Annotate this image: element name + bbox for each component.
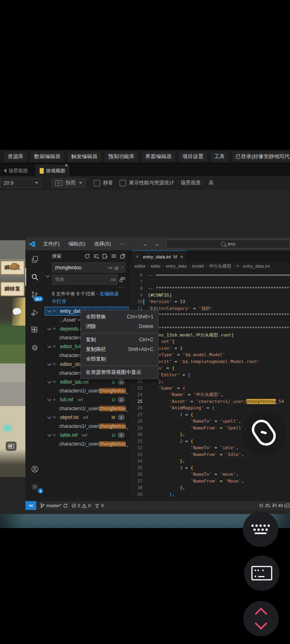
code-line[interactable]: 9[#CONFIG] [129,292,290,299]
top-menu-item-2[interactable]: 触发编辑器 [68,151,101,162]
search-view-icon[interactable] [25,268,44,286]
context-menu-item[interactable]: 全部替换Ctrl+Shift+1 [81,312,158,322]
menu-edit[interactable]: 编辑(E) [65,239,89,249]
search-match-line[interactable]: characters1/_user/zhongfentou_548... [45,404,128,413]
code-line[interactable]: 7 [129,279,290,286]
breadcrumb-item[interactable]: entry_data.ini [243,264,269,268]
virtual-mouse-button[interactable] [242,411,286,455]
extensions-icon[interactable] [25,321,44,339]
search-match-line[interactable]: characters1/_user/zhongfentou_548... [45,386,128,395]
replace-input[interactable]: 替换 AB [52,275,118,285]
code-line[interactable]: 8-- ************************************… [129,285,290,292]
skill-button-2[interactable]: 瞬移复 [0,282,25,296]
code-line[interactable]: 22 }, [129,378,290,385]
stats-toggle[interactable]: 展示性能与资源统计 [120,180,174,186]
code-line[interactable]: 24 'Name' = '中分头模型', [129,392,290,398]
code-area[interactable]: 6-- ====================================… [129,270,290,497]
close-icon[interactable]: × [180,254,183,259]
collapse-all-icon[interactable] [111,254,116,259]
top-menu-item-6[interactable]: 工具 [211,151,228,162]
branch-status[interactable]: master* [40,503,68,508]
remote-indicator[interactable]: >< [25,501,36,510]
code-line[interactable]: 38 }, [129,485,290,491]
toggle-keyboard-button[interactable] [244,555,280,591]
replace-toggle-chevron[interactable] [46,274,50,278]
open-in-editor-icon[interactable] [120,254,125,259]
code-line[interactable]: 6-- ====================================… [129,272,290,279]
search-result-file-row[interactable]: ≡ full.ref refU 1 [45,395,128,404]
nav-forward-icon[interactable]: → [152,241,162,247]
toggle-details-icon[interactable]: ··· [45,285,124,289]
close-icon[interactable]: × [65,163,68,168]
breadcrumb-item[interactable]: editor [135,264,146,268]
top-menu-item-4[interactable]: 界面编辑器 [142,151,175,162]
menu-selection[interactable]: 选择(S) [91,239,115,249]
account-icon[interactable] [25,460,44,478]
code-line[interactable]: 34 }, [129,458,290,465]
clear-results-icon[interactable] [93,254,99,259]
cursor-position[interactable]: 行 25, 列 49 (已 [259,503,290,509]
command-center-search[interactable]: tms [166,239,290,248]
source-control-icon[interactable]: 1K+ [25,286,44,303]
settings-gear-icon[interactable]: 1 [25,478,44,495]
top-menu-item-7[interactable]: 已登录(好像安静地写代码-1082 [232,151,290,162]
top-menu-item-0[interactable]: 资源库 [4,151,27,162]
code-line[interactable]: 36 'NameTo' = 'move', [129,471,290,478]
replace-all-icon[interactable] [119,277,125,283]
code-line[interactable]: 37 'NameFrom' = 'Move', [129,478,290,485]
context-menu-item[interactable]: 在资源管理器视图中显示 [81,367,158,377]
search-input[interactable]: zhongfentou Aa ab .* [52,262,125,272]
top-menu-item-5[interactable]: 项目设置 [179,151,207,162]
nav-back-icon[interactable]: ← [141,241,150,247]
tab-entry-data-ini[interactable]: ≡ entry_data.ini M × [132,250,187,262]
breadcrumb-item[interactable]: entry_data [166,264,186,268]
git-branch-icon [40,503,45,508]
code-line[interactable]: 35 3 = { [129,465,290,472]
preserve-case-icon[interactable]: AB [110,277,116,282]
problems-status[interactable]: 0 0 [72,503,91,508]
search-match-line[interactable]: characters1/_user/zhongfentou_548... [45,440,128,448]
code-line[interactable]: 10'Version' = 13 [129,299,290,305]
search-result-file-row[interactable]: ≡ table.ref refU 1 [45,431,128,440]
whole-word-icon[interactable]: ab [114,265,119,270]
top-menu-item-1[interactable]: 数据编辑器 [31,151,64,162]
code-line[interactable]: 25 'Asset' = 'characters1/_user/zhongfen… [129,398,290,405]
context-menu-item[interactable]: 复制Ctrl+C [81,335,158,345]
code-line[interactable]: 23 'Game' = { [129,385,290,392]
tab-scene-view[interactable]: 场景视图 [0,165,31,176]
breadcrumb-item[interactable]: model [192,264,204,268]
breadcrumb[interactable]: editor›table›entry_data›model›中分头模型›≡ent… [129,262,290,270]
chat-bubble-button[interactable] [6,442,17,451]
match-case-icon[interactable]: Aa [108,265,112,270]
breadcrumb-item[interactable]: 中分头模型 [209,263,231,269]
search-match-line[interactable]: characters1/_user/zhongfentou_548... [45,422,128,431]
search-result-file-row[interactable]: ≡ objref.txt refM 1 [45,413,128,422]
ports-status[interactable]: 0 [95,503,104,508]
new-search-editor-icon[interactable] [102,254,108,259]
mute-toggle[interactable]: 静音 [94,180,113,186]
collapse-controls-button[interactable] [243,601,279,636]
show-keyboard-button[interactable] [243,512,278,547]
quality-select[interactable]: 场景画质： 高 [181,180,217,186]
context-menu-item[interactable]: 复制路径Shift+Alt+C [81,345,158,354]
context-menu-item[interactable]: 全部复制 [81,354,158,364]
menu-file[interactable]: 文件(F) [39,239,63,249]
regex-icon[interactable]: .* [121,265,123,270]
top-menu-item-3[interactable]: 预制功能库 [105,151,138,162]
mute-checkbox[interactable] [94,180,100,186]
code-line[interactable]: 39 }, [129,491,290,497]
mouse-icon [246,414,282,452]
sync-icon[interactable] [63,504,68,508]
aspect-ratio-select[interactable]: 20:9 [0,178,42,188]
ai-assistant-icon[interactable] [25,339,44,357]
stats-checkbox[interactable] [120,180,126,186]
tab-game-view[interactable]: 游戏视图 × [36,165,69,176]
photo-button[interactable]: 拍照 [52,178,86,188]
run-debug-icon[interactable] [25,303,44,321]
menu-more[interactable]: ··· [116,240,128,248]
breadcrumb-item[interactable]: table [151,264,161,268]
code-text: [$$tms_13sb.model.中分头模型.root] [148,332,234,339]
context-menu-item[interactable]: 消除Delete [81,322,158,331]
explorer-icon[interactable] [25,250,44,268]
refresh-icon[interactable] [85,254,90,259]
